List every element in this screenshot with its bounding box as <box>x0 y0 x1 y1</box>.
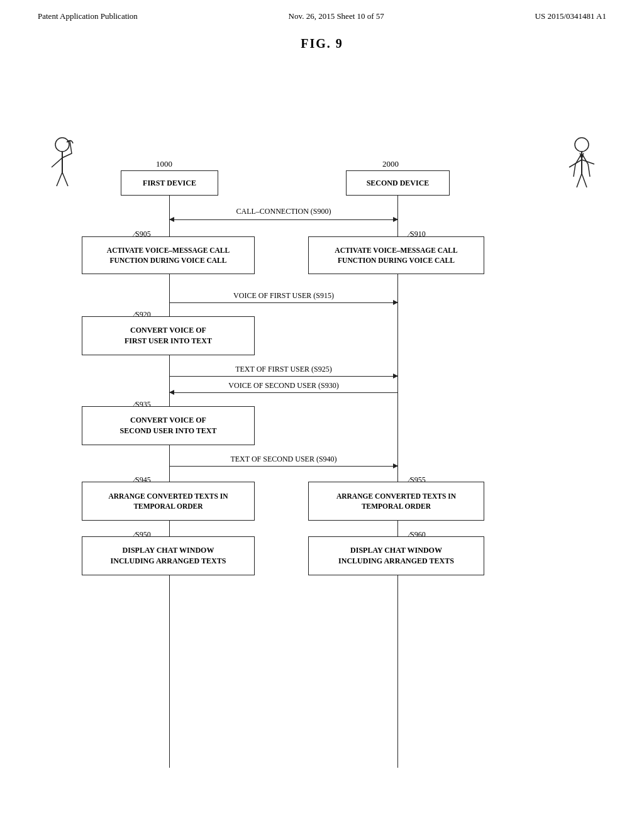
second-device-box: SECOND DEVICE <box>346 170 450 196</box>
activate-second-box: ACTIVATE VOICE–MESSAGE CALLFUNCTION DURI… <box>308 236 484 274</box>
voice-first-user-label: VOICE OF FIRST USER (S915) <box>176 291 391 301</box>
text-first-user-label: TEXT OF FIRST USER (S925) <box>176 365 391 374</box>
text-second-user-label: TEXT OF SECOND USER (S940) <box>170 455 397 464</box>
text-second-user-arrow <box>170 466 397 467</box>
first-device-number: 1000 <box>156 159 172 169</box>
svg-point-1 <box>575 138 589 152</box>
voice-second-user-arrow <box>170 392 397 393</box>
svg-point-0 <box>55 138 69 152</box>
arrange-first-box: ARRANGE CONVERTED TEXTS INTEMPORAL ORDER <box>82 482 255 521</box>
header-left: Patent Application Publication <box>38 11 138 21</box>
header-right: US 2015/0341481 A1 <box>535 11 606 21</box>
arrange-second-box: ARRANGE CONVERTED TEXTS INTEMPORAL ORDER <box>308 482 484 521</box>
person-first-icon <box>39 136 86 198</box>
header-middle: Nov. 26, 2015 Sheet 10 of 57 <box>289 11 384 21</box>
first-device-box: FIRST DEVICE <box>121 170 218 196</box>
second-device-number: 2000 <box>382 159 399 169</box>
call-connection-label: CALL–CONNECTION (S900) <box>176 207 391 216</box>
figure-title: FIG. 9 <box>0 36 644 51</box>
voice-first-user-arrow <box>170 302 397 303</box>
call-connection-arrow <box>170 219 397 220</box>
convert-second-box: CONVERT VOICE OFSECOND USER INTO TEXT <box>82 406 255 445</box>
display-first-box: DISPLAY CHAT WINDOWINCLUDING ARRANGED TE… <box>82 536 255 575</box>
voice-second-user-label: VOICE OF SECOND USER (S930) <box>176 381 391 390</box>
person-second-icon <box>558 136 605 198</box>
diagram: 1000 2000 FIRST DEVICE SECOND DEVICE CAL… <box>0 64 644 774</box>
activate-first-box: ACTIVATE VOICE–MESSAGE CALLFUNCTION DURI… <box>82 236 255 274</box>
convert-first-box: CONVERT VOICE OFFIRST USER INTO TEXT <box>82 316 255 355</box>
text-first-user-arrow <box>170 376 397 377</box>
display-second-box: DISPLAY CHAT WINDOWINCLUDING ARRANGED TE… <box>308 536 484 575</box>
